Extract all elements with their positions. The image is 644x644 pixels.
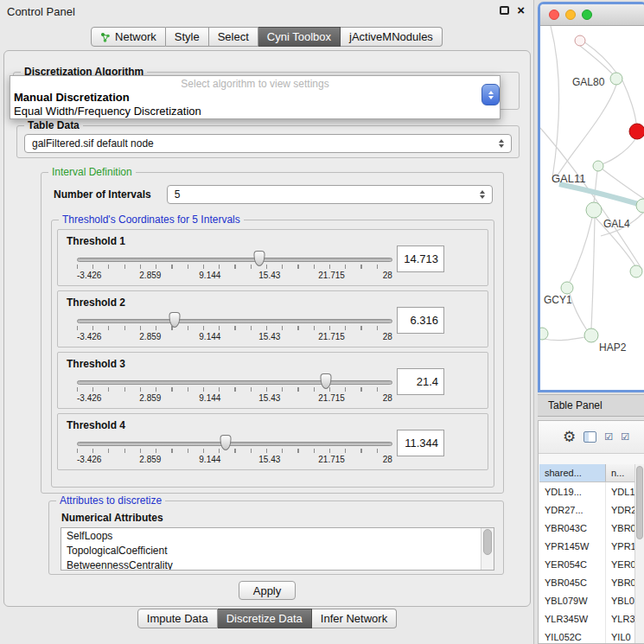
number-of-intervals-select[interactable]: 5 <box>167 185 493 204</box>
column-header-name[interactable]: n... <box>606 464 634 481</box>
network-canvas[interactable]: GAL80GAL11GAL4GCY1HAP2 <box>540 26 644 392</box>
table-scrollbar-thumb[interactable] <box>636 466 643 539</box>
network-node[interactable] <box>636 199 644 213</box>
table-row[interactable]: YLR345WYLR3 <box>539 609 634 628</box>
tab-select[interactable]: Select <box>209 27 258 47</box>
slider-ticks <box>77 449 392 453</box>
zoom-traffic-light-icon[interactable] <box>582 10 592 20</box>
table-cell[interactable]: YDR2 <box>606 501 634 519</box>
table-cell[interactable]: YDL1 <box>606 482 634 501</box>
table-cell[interactable]: YBR0 <box>606 519 634 537</box>
table-cell[interactable]: YBL079W <box>539 591 606 609</box>
table-row[interactable]: YBR045CYBR0 <box>539 573 634 591</box>
close-window-icon[interactable]: × <box>517 5 525 16</box>
table-row[interactable]: YIL052CYIL0 <box>539 628 634 643</box>
select-all-checkbox-icon[interactable]: ☑ <box>604 432 613 442</box>
network-node[interactable] <box>610 73 622 85</box>
scale-tick-label: 15.43 <box>258 393 280 403</box>
network-node[interactable] <box>584 328 598 342</box>
network-thick-edge <box>559 184 644 206</box>
threshold-value-field[interactable]: 6.316 <box>397 307 444 334</box>
attributes-group-title: Attributes to discretize <box>56 494 165 507</box>
table-row[interactable]: YBR043CYBR0 <box>539 519 634 537</box>
network-node[interactable] <box>586 202 602 218</box>
dropdown-option-manual-discretization[interactable]: Manual Discretization <box>10 91 500 105</box>
numerical-attributes-list[interactable]: SelfLoopsTopologicalCoefficientBetweenne… <box>61 527 494 571</box>
table-row[interactable]: YER054CYER0 <box>539 555 634 573</box>
threshold-label: Threshold 4 <box>67 419 125 431</box>
tab-jactivemnodules[interactable]: jActiveMNodules <box>341 27 443 47</box>
table-scrollbar[interactable] <box>634 464 644 643</box>
apply-button[interactable]: Apply <box>239 581 296 600</box>
threshold-label: Threshold 3 <box>67 358 125 370</box>
table-cell[interactable]: YIL052C <box>539 628 606 643</box>
attribute-list-item[interactable]: BetweennessCentrality <box>61 558 494 571</box>
tab-cyni-toolbox[interactable]: Cyni Toolbox <box>258 27 341 47</box>
select-none-checkbox-icon[interactable]: ☑ <box>621 432 629 442</box>
scale-tick-label: 28 <box>383 332 392 341</box>
scale-tick-label: 28 <box>383 455 392 464</box>
table-cell[interactable]: YPR1 <box>606 537 634 555</box>
table-cell[interactable]: YBR043C <box>539 519 606 537</box>
tab-style[interactable]: Style <box>166 27 209 47</box>
threshold-slider[interactable]: -3.4262.8599.14415.4321.71528 <box>77 435 392 468</box>
table-cell[interactable]: YIL0 <box>606 628 634 643</box>
tab-network[interactable]: Network <box>91 27 166 47</box>
network-node[interactable] <box>561 282 573 294</box>
table-cell[interactable]: YDR27... <box>539 501 606 519</box>
threshold-value-field[interactable]: 21.4 <box>397 368 444 395</box>
table-cell[interactable]: YER054C <box>539 555 606 573</box>
tab-impute-data[interactable]: Impute Data <box>137 609 218 628</box>
table-data-select[interactable]: galFiltered.sif default node <box>24 134 512 153</box>
table-cell[interactable]: YBR0 <box>606 573 634 591</box>
threshold-slider[interactable]: -3.4262.8599.14415.4321.71528 <box>77 312 392 345</box>
list-scrollbar[interactable] <box>481 528 494 570</box>
tab-infer-network[interactable]: Infer Network <box>312 609 397 628</box>
tab-label: Discretize Data <box>226 612 303 625</box>
columns-icon[interactable] <box>583 431 596 443</box>
slider-track <box>77 258 392 262</box>
table-cell[interactable]: YPR145W <box>539 537 606 555</box>
threshold-value-field[interactable]: 11.344 <box>397 430 444 456</box>
threshold-list: Threshold 1 -3.4262.8599.14415.4321.7152… <box>57 229 488 475</box>
column-header-shared-name[interactable]: shared... <box>539 464 606 481</box>
slider-ticks <box>77 326 392 330</box>
table-cell[interactable]: YBL0 <box>606 591 634 609</box>
table-cell[interactable]: YDL19... <box>539 482 606 501</box>
scale-tick-label: 21.715 <box>318 332 345 341</box>
network-node-label: GAL4 <box>603 218 630 230</box>
table-row[interactable]: YBL079WYBL0 <box>539 591 634 609</box>
table-cell[interactable]: YLR3 <box>606 609 634 628</box>
list-scrollbar-thumb[interactable] <box>483 529 492 555</box>
minimize-traffic-light-icon[interactable] <box>565 10 576 20</box>
threshold-group: Threshold 2 -3.4262.8599.14415.4321.7152… <box>57 290 488 348</box>
thresholds-group: Threshold's Coordinates for 5 Intervals … <box>51 220 494 488</box>
attribute-list-item[interactable]: SelfLoops <box>61 529 494 544</box>
top-tab-bar: Network Style Select Cyni Toolbox jActiv… <box>0 27 533 47</box>
table-cell[interactable]: YER0 <box>606 555 634 573</box>
network-node[interactable] <box>593 161 603 171</box>
selected-network-node[interactable] <box>629 124 644 139</box>
attribute-list-item[interactable]: TopologicalCoefficient <box>61 544 494 558</box>
table-row[interactable]: YDR27...YDR2 <box>539 501 634 519</box>
table-row[interactable]: YPR145WYPR1 <box>539 537 634 555</box>
table-cell[interactable]: YBR045C <box>539 573 606 591</box>
slider-ticks <box>77 265 392 269</box>
network-node[interactable] <box>630 265 642 277</box>
table-cell[interactable]: YLR345W <box>539 609 606 628</box>
network-node[interactable] <box>540 328 548 340</box>
dropdown-option-equal-width-frequency[interactable]: Equal Width/Frequency Discretization <box>10 105 500 118</box>
dropdown-placeholder: Select algorithm to view settings <box>10 76 500 91</box>
table-panel-titlebar: Table Panel <box>538 394 644 417</box>
algorithm-combo-button[interactable] <box>481 84 500 105</box>
table-row[interactable]: YDL19...YDL1 <box>539 482 634 501</box>
network-node[interactable] <box>575 35 585 46</box>
close-traffic-light-icon[interactable] <box>549 10 559 20</box>
threshold-slider[interactable]: -3.4262.8599.14415.4321.71528 <box>77 251 392 284</box>
table-data-group-title: Table Data <box>24 119 83 131</box>
threshold-slider[interactable]: -3.4262.8599.14415.4321.71528 <box>77 373 392 406</box>
threshold-value-field[interactable]: 14.713 <box>397 245 444 272</box>
gear-icon[interactable]: ⚙ <box>563 430 576 444</box>
tab-discretize-data[interactable]: Discretize Data <box>218 609 312 628</box>
float-window-icon[interactable] <box>500 6 509 15</box>
